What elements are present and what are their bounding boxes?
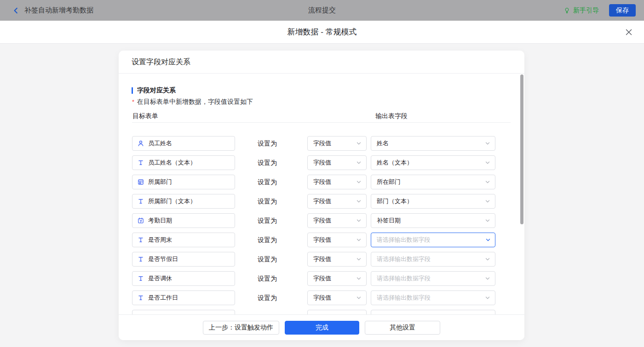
modal-title: 新增数据 - 常规模式: [287, 27, 356, 37]
table-row: 是否周末设置为字段值请选择输出数据字段: [119, 233, 524, 252]
topbar-center-title: 流程提交: [308, 6, 336, 15]
required-mark: *: [132, 98, 134, 105]
value-type-select[interactable]: 字段值: [307, 194, 367, 209]
column-divider: [132, 122, 511, 123]
output-field-select-value: 请选择输出数据字段: [377, 294, 431, 302]
value-type-select[interactable]: 字段值: [307, 136, 367, 151]
value-type-select[interactable]: 字段值: [307, 271, 367, 286]
chevron-down-icon: [485, 179, 490, 185]
value-type-select-value: 字段值: [313, 274, 331, 283]
target-field-box: 考勤日期: [132, 213, 235, 228]
value-type-select[interactable]: 字段值: [307, 252, 367, 267]
back-nav[interactable]: 补签自动新增考勤数据: [12, 6, 93, 15]
section-accent-bar: [132, 87, 133, 94]
table-row: 是否工作日设置为字段值请选择输出数据字段: [119, 290, 524, 310]
output-field-select-value: 部门（文本）: [377, 197, 413, 205]
value-type-select-value: 字段值: [313, 139, 331, 148]
close-icon[interactable]: [625, 28, 633, 36]
chevron-down-icon: [356, 160, 362, 165]
output-field-select-value: 请选择输出数据字段: [377, 236, 431, 244]
output-field-select[interactable]: [371, 310, 495, 314]
field-mapping-card: 设置字段对应关系 字段对应关系 *在目标表单中新增数据，字段值设置如下 目标表单…: [119, 51, 524, 340]
value-type-select[interactable]: 字段值: [307, 233, 367, 247]
other-settings-button[interactable]: 其他设置: [365, 321, 440, 335]
target-field-box: 是否周末: [132, 233, 235, 247]
value-type-select-value: 字段值: [313, 178, 331, 186]
set-as-label: 设置为: [258, 275, 277, 283]
output-field-select[interactable]: 请选择输出数据字段: [371, 252, 495, 267]
chevron-down-icon: [356, 199, 362, 204]
text-icon: [137, 275, 144, 282]
table-row: 考勤日期设置为字段值补签日期: [119, 213, 524, 233]
modal-header: 新增数据 - 常规模式: [0, 21, 644, 44]
output-field-select[interactable]: 姓名: [371, 136, 495, 151]
chevron-down-icon: [356, 237, 362, 243]
table-row: 员工姓名设置为字段值姓名: [119, 136, 524, 155]
section-description-text: 在目标表单中新增数据，字段值设置如下: [137, 98, 253, 105]
table-row-partial: [119, 310, 524, 314]
value-type-select-value: 字段值: [313, 216, 331, 225]
target-field-label: 是否节假日: [148, 255, 178, 263]
target-field-box: 所属部门: [132, 175, 235, 189]
target-field-box: 是否调休: [132, 271, 235, 286]
card-header-title: 设置字段对应关系: [119, 51, 524, 74]
value-type-select-value: 字段值: [313, 236, 331, 244]
value-type-select-value: 字段值: [313, 197, 331, 205]
output-field-select-value: 请选择输出数据字段: [377, 274, 431, 283]
card-footer: 上一步：设置触发动作 完成 其他设置: [119, 314, 524, 340]
section-title-text: 字段对应关系: [137, 86, 176, 95]
topbar-actions: 新手引导 保存: [564, 4, 636, 17]
back-icon[interactable]: [12, 6, 20, 15]
target-field-box: 是否工作日: [132, 290, 235, 305]
target-field-label: 员工姓名: [148, 139, 172, 148]
output-field-select[interactable]: 补签日期: [371, 213, 495, 228]
output-field-select[interactable]: 请选择输出数据字段: [371, 290, 495, 305]
value-type-select[interactable]: 字段值: [307, 155, 367, 170]
chevron-down-icon: [485, 276, 490, 281]
value-type-select-value: 字段值: [313, 159, 331, 167]
value-type-select[interactable]: [307, 310, 367, 314]
value-type-select-value: 字段值: [313, 294, 331, 302]
output-field-select[interactable]: 请选择输出数据字段: [371, 233, 495, 247]
target-field-label: 所属部门（文本）: [148, 197, 196, 205]
chevron-down-icon: [485, 218, 490, 223]
section-description: *在目标表单中新增数据，字段值设置如下: [132, 98, 253, 106]
chevron-down-icon: [485, 141, 490, 146]
target-field-box: [132, 310, 235, 314]
target-field-label: 是否工作日: [148, 294, 178, 302]
done-button[interactable]: 完成: [285, 321, 359, 335]
rows-list: 员工姓名设置为字段值姓名员工姓名（文本）设置为字段值姓名（文本）所属部门设置为字…: [119, 136, 524, 314]
value-type-select[interactable]: 字段值: [307, 175, 367, 189]
text-icon: [137, 256, 144, 263]
target-field-box: 所属部门（文本）: [132, 194, 235, 209]
output-field-select[interactable]: 请选择输出数据字段: [371, 271, 495, 286]
person-icon: [137, 140, 144, 147]
scrollbar[interactable]: [520, 74, 523, 224]
table-row: 是否调休设置为字段值请选择输出数据字段: [119, 271, 524, 290]
text-icon: [137, 198, 144, 205]
table-row: 员工姓名（文本）设置为字段值姓名（文本）: [119, 155, 524, 175]
set-as-label: 设置为: [258, 159, 277, 167]
table-row: 是否节假日设置为字段值请选择输出数据字段: [119, 252, 524, 271]
flow-title: 补签自动新增考勤数据: [24, 6, 93, 15]
chevron-down-icon: [485, 256, 490, 262]
set-as-label: 设置为: [258, 178, 277, 187]
save-button[interactable]: 保存: [609, 4, 636, 17]
previous-step-button[interactable]: 上一步：设置触发动作: [203, 321, 279, 335]
output-field-select[interactable]: 所在部门: [371, 175, 495, 189]
column-header-target-form: 目标表单: [132, 112, 158, 120]
output-field-select[interactable]: 姓名（文本）: [371, 155, 495, 170]
value-type-select[interactable]: 字段值: [307, 290, 367, 305]
beginner-guide-link[interactable]: 新手引导: [564, 6, 599, 15]
set-as-label: 设置为: [258, 294, 277, 302]
chevron-down-icon: [356, 256, 362, 262]
column-header-output-field: 输出表字段: [375, 112, 408, 120]
set-as-label: 设置为: [258, 217, 277, 225]
output-field-select-value: 姓名（文本）: [377, 159, 413, 167]
calendar-icon: [137, 217, 144, 224]
output-field-select-value: 补签日期: [377, 216, 401, 225]
output-field-select[interactable]: 部门（文本）: [371, 194, 495, 209]
target-field-label: 是否调休: [148, 274, 172, 283]
value-type-select[interactable]: 字段值: [307, 213, 367, 228]
lightbulb-icon: [564, 7, 570, 14]
